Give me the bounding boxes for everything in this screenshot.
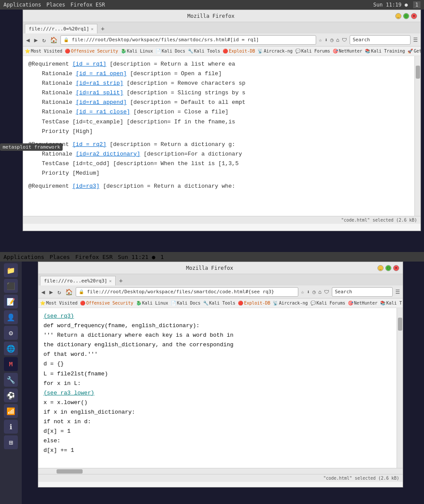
bookmark-kali-tools-top[interactable]: 🔧 Kali Tools [188,49,220,53]
wifi-icon[interactable]: 📶 [4,404,18,418]
globe-icon[interactable]: 🌐 [4,342,18,355]
ff-search-bar-top[interactable]: Search [350,35,411,45]
bookmark-kali-docs-top[interactable]: 📄 Kali Docs [156,49,185,53]
ff-code-scroll-bottom: {see rq3} def word_frequency(fname, engl… [38,308,397,468]
ff-hscrollbar-bottom[interactable] [38,468,403,474]
maximize-btn-top[interactable]: □ [403,13,409,19]
ff-scrollbar-bottom[interactable] [397,308,403,468]
maximize-btn-bottom[interactable]: □ [385,265,391,271]
ff-bookmark-icon-bottom[interactable]: ☆ [300,289,305,295]
bookmark-exploitdb-bottom[interactable]: 🔴 Exploit-DB [238,301,270,305]
ff-scrollbar-thumb-bottom[interactable] [398,318,402,331]
ff-new-tab-bottom[interactable]: + [116,276,126,285]
minimize-btn-bottom[interactable]: _ [377,265,384,271]
ff-search-bar-bottom[interactable]: Search [332,287,393,297]
code-line14: d[x] += 1 [43,446,391,455]
ff-back-btn-bottom[interactable]: ◀ [40,288,46,295]
ff-shield-icon-bottom[interactable]: 🛡 [323,289,330,295]
text-editor-icon[interactable]: 📝 [4,295,18,308]
ff-tab-label-bottom: file:///ro...ee%20rq3] [44,278,107,284]
bookmark-most-visited-bottom[interactable]: ⭐ Most Visited [40,301,77,305]
ff-bookmarks-bottom: ⭐ Most Visited 🔴 Offensive Security 🐉 Ka… [38,298,403,308]
bookmark-kali-linux-bottom[interactable]: 🐉 Kali Linux [136,301,168,305]
top-taskbar: Applications Places Firefox ESR Sun 11:1… [0,0,424,10]
files-icon[interactable]: 📁 [4,263,18,277]
ff-refresh-btn-bottom[interactable]: ↻ [56,288,62,295]
places-menu-top[interactable]: Places [47,2,65,8]
ff-history-icon-top[interactable]: ◷ [330,37,334,43]
bookmark-aircrack-top[interactable]: 📡 Aircrack-ng [257,49,292,53]
info-icon[interactable]: ℹ [4,420,18,434]
settings-icon[interactable]: ⚙ [4,326,18,340]
bookmark-aircrack-bottom[interactable]: 📡 Aircrack-ng [273,301,307,305]
minimize-btn-top[interactable]: _ [395,13,401,19]
bookmark-kali-forums-top[interactable]: 💬 Kali Forums [295,49,330,53]
firefox-menu-top[interactable]: Firefox ESR [70,2,105,8]
ff-tab-bottom[interactable]: file:///ro...ee%20rq3] ✕ [40,276,116,285]
ff-hscrollbar-thumb-bottom[interactable] [57,469,83,474]
ff-history-icon-bottom[interactable]: ◷ [312,289,317,295]
code-line7: for x in L: [43,379,391,388]
ff-menu-icon-bottom[interactable]: ☰ [394,289,401,295]
bookmark-kali-training-top[interactable]: 📚 Kali Training [365,49,405,53]
ff-tab-close-top[interactable]: ✕ [91,27,93,31]
bookmark-exploitdb-top[interactable]: 🔴 Exploit-DB [223,49,255,53]
ff-url-bar-top[interactable]: 🔒 file:///root/Desktop/workspace/files/s… [60,35,316,45]
bookmark-kali-linux-top[interactable]: 🐉 Kali Linux [121,49,153,53]
bookmark-offsec-top[interactable]: 🔴 Offensive Security [65,49,118,53]
app-m-icon[interactable]: M [4,357,18,371]
workspace-top[interactable]: 1 [413,1,421,8]
ff-tab-top[interactable]: file:///r...0=%20rq1] ✕ [25,24,97,33]
bookmark-nethunter-bottom[interactable]: 🎯 NetHunter [348,301,377,305]
ff-new-tab-top[interactable]: + [97,24,108,33]
req1-line: @Requirement [id = rq1] [description = R… [28,60,409,69]
ff-url-bar-bottom[interactable]: 🔒 file:///root/Desktop/workspace/files/s… [76,287,298,297]
ff-menu-icon-top[interactable]: ☰ [412,37,419,43]
grid-icon[interactable]: ⊞ [4,435,18,449]
user-icon[interactable]: 👤 [4,310,18,324]
bottom-taskbar: Applications Places Firefox ESR Sun 11:2… [0,252,424,262]
game-icon[interactable]: ⚽ [4,388,18,402]
applications-menu-top[interactable]: Applications [3,2,41,8]
close-btn-bottom[interactable]: ✕ [393,265,399,271]
req3-line: @Requirement [id=rq3] [description = Ret… [28,182,409,191]
ff-scrollbar-thumb-top[interactable] [416,66,420,79]
tool-icon[interactable]: 🔧 [4,373,18,387]
ff-scrollbar-top[interactable] [414,56,421,216]
ff-home-btn-top[interactable]: 🏠 [49,36,59,43]
bookmark-getting-started-top[interactable]: 🚀 Getting Started [407,49,421,53]
bottom-section: Applications Places Firefox ESR Sun 11:2… [0,252,424,504]
ff-refresh-btn-top[interactable]: ↻ [41,36,47,43]
ff-home-btn-bottom[interactable]: 🏠 [64,288,74,295]
places-menu-bottom[interactable]: Places [50,254,70,260]
rat6-line: Rationale [id=ra2_dictionary] [descripti… [28,149,409,159]
bookmark-kali-tools-bottom[interactable]: 🔧 Kali Tools [203,301,235,305]
bookmark-kali-training-bottom[interactable]: 📚 Kali Training [380,301,403,305]
applications-menu-bottom[interactable]: Applications [3,254,44,260]
ff-forward-btn-top[interactable]: ▶ [33,36,39,43]
ff-window-controls-bottom: _ □ ✕ [377,265,399,271]
top-section: Applications Places Firefox ESR Sun 11:1… [0,0,424,252]
ff-forward-btn-bottom[interactable]: ▶ [48,288,54,295]
ff-tab-close-bottom[interactable]: ✕ [109,279,112,283]
bookmark-nethunter-top[interactable]: 🎯 NetHunter [333,49,362,53]
ff-download-icon-top[interactable]: ⬇ [324,37,328,43]
ff-statusbar-bottom: "code.html" selected (2.6 kB) [38,474,403,482]
ff-home2-icon-bottom[interactable]: ⌂ [317,289,322,295]
bookmark-offsec-bottom[interactable]: 🔴 Offensive Security [80,301,133,305]
ff-bookmark-icon-top[interactable]: ☆ [318,37,323,43]
ff-download-icon-bottom[interactable]: ⬇ [306,289,310,295]
workspace-bottom[interactable]: 1 [160,254,164,260]
ff-shield-icon-top[interactable]: 🛡 [341,37,348,43]
close-btn-top[interactable]: ✕ [411,13,417,19]
ff-content-wrapper-bottom: {see rq3} def word_frequency(fname, engl… [38,308,403,468]
bookmark-most-visited-top[interactable]: ⭐ Most Visited [25,49,62,53]
firefox-menu-bottom[interactable]: Firefox ESR [75,254,113,260]
ff-tab-label-top: file:///r...0=%20rq1] [29,26,89,32]
bookmark-kali-docs-bottom[interactable]: 📄 Kali Docs [171,301,200,305]
code-line4: of that word.''' [43,350,391,359]
ff-home2-icon-top[interactable]: ⌂ [335,37,340,43]
terminal-icon[interactable]: ⬛ [4,279,18,293]
bookmark-kali-forums-bottom[interactable]: 💬 Kali Forums [310,301,345,305]
ff-back-btn-top[interactable]: ◀ [25,36,31,43]
